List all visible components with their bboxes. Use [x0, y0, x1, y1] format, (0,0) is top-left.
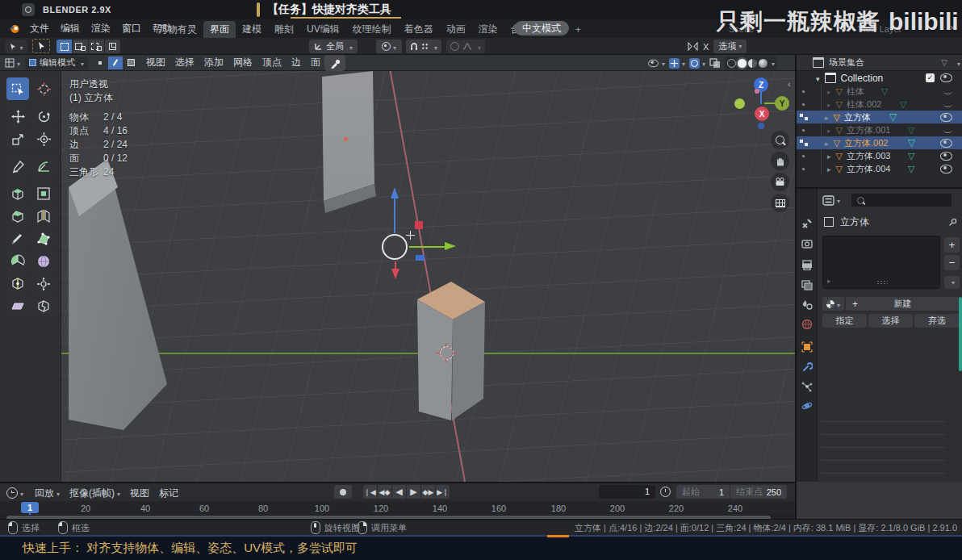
workspace-tab-8[interactable]: 渲染 [472, 21, 504, 38]
auto-keying-button[interactable] [334, 485, 352, 499]
select-button[interactable]: 选择 [868, 314, 913, 328]
eyedropper-button[interactable] [324, 55, 345, 71]
pivot-point-dropdown[interactable] [376, 40, 402, 53]
outliner-row-柱体[interactable]: ▽ 柱体 ▽ [797, 85, 962, 98]
browse-material-button[interactable] [822, 297, 844, 311]
transform-orientation-dropdown[interactable]: 全局 [309, 40, 358, 53]
outliner-row-立方体-active[interactable]: ▽ 立方体 ▽ [797, 111, 962, 123]
overlays-toggle[interactable] [689, 57, 705, 69]
active-tool-indicator[interactable] [32, 39, 50, 53]
current-frame-field[interactable]: 1 [599, 485, 655, 499]
menu-vertex[interactable]: 顶点 [257, 55, 287, 71]
keying-menu[interactable]: 抠像(插帧) [65, 485, 125, 502]
menu-select[interactable]: 选择 [170, 55, 199, 71]
play-reverse-button[interactable]: ◀ [392, 485, 406, 499]
tool-measure-button[interactable] [32, 155, 55, 178]
mode-dropdown[interactable]: 编辑模式 [25, 56, 88, 69]
add-workspace-button[interactable]: + [569, 23, 588, 37]
camera-view-button[interactable] [771, 173, 789, 191]
shading-solid-button[interactable] [738, 59, 747, 68]
jump-to-start-button[interactable]: ❘◀ [363, 485, 377, 499]
shading-rendered-button[interactable] [759, 59, 768, 68]
material-slots-list[interactable] [822, 236, 940, 289]
properties-search-field[interactable] [851, 194, 952, 207]
collection-expand-arrow[interactable] [816, 73, 820, 84]
tab-tool-icon[interactable] [801, 218, 813, 232]
outliner-row-立方体004[interactable]: ▽ 立方体.004 ▽ [797, 162, 962, 175]
mirror-x-toggle[interactable]: X [703, 42, 709, 52]
workspace-tab-6[interactable]: 着色器 [398, 21, 440, 38]
menu-add[interactable]: 添加 [199, 55, 228, 71]
object-name[interactable]: 立方体.001 [847, 124, 890, 136]
axis-ball-x[interactable]: X [755, 107, 769, 121]
gizmos-toggle[interactable] [669, 57, 685, 69]
tool-shear-button[interactable] [6, 295, 29, 318]
outliner-options-dropdown[interactable] [955, 57, 960, 69]
tool-scale-button[interactable] [6, 127, 29, 150]
pan-view-button[interactable] [771, 152, 789, 170]
object-name[interactable]: 立方体.002 [844, 137, 888, 149]
collection-checkbox[interactable]: ✓ [926, 73, 935, 82]
playhead[interactable]: 1 [21, 502, 39, 513]
tool-inset-faces-button[interactable] [32, 182, 55, 205]
visibility-icon[interactable] [940, 152, 952, 161]
marker-menu[interactable]: 标记 [154, 485, 183, 502]
filter-icon[interactable]: ▽ [941, 58, 947, 67]
tab-particles-icon[interactable] [801, 381, 813, 395]
workspace-tab-2[interactable]: 建模 [236, 21, 268, 38]
object-visibility-dropdown[interactable] [647, 57, 665, 69]
vertex-select-button[interactable] [93, 56, 107, 69]
workspace-tab-4[interactable]: UV编辑 [300, 21, 346, 38]
tool-knife-button[interactable] [6, 228, 29, 250]
editor-type-button[interactable] [5, 57, 20, 69]
tool-select-box-button[interactable] [6, 77, 29, 100]
outliner-row-立方体002-selected[interactable]: ▽ 立方体.002 ▽ [797, 136, 962, 149]
gizmo-center-ring[interactable] [382, 234, 408, 260]
timeline-ruler[interactable]: 20 40 60 80 100 120 140 160 180 200 220 … [0, 501, 795, 515]
shading-wireframe-button[interactable] [727, 59, 736, 68]
hidden-icon[interactable] [943, 127, 952, 133]
tool-spin-button[interactable] [6, 250, 29, 273]
playback-menu[interactable]: 回放 [30, 485, 65, 502]
assign-button[interactable]: 指定 [822, 314, 867, 328]
xray-toggle[interactable] [709, 58, 721, 69]
tab-view-layer-icon[interactable] [801, 280, 813, 293]
axis-ball-y-neg[interactable] [734, 98, 745, 109]
pin-icon[interactable] [948, 218, 957, 227]
tool-move-button[interactable] [6, 105, 29, 127]
next-keyframe-button[interactable]: ◆▶ [421, 485, 435, 499]
menu-file[interactable]: 文件 [24, 20, 55, 37]
tool-loop-cut-button[interactable] [32, 205, 55, 228]
tab-modifiers-icon[interactable] [801, 361, 813, 375]
collection-visibility-icon[interactable] [940, 73, 952, 82]
object-name[interactable]: 柱体 [847, 86, 864, 98]
view-layer-name[interactable]: View Layer [858, 24, 901, 34]
hidden-icon[interactable] [943, 102, 952, 107]
use-preview-range-button[interactable] [660, 487, 671, 497]
select-mode-subtract-button[interactable] [89, 40, 104, 53]
proportional-editing-control[interactable] [446, 40, 485, 53]
outliner-row-立方体001[interactable]: ▽ 立方体.001 ▽ [797, 123, 962, 136]
menu-edge[interactable]: 边 [287, 55, 306, 71]
tool-cursor-button[interactable] [32, 77, 55, 100]
tab-object-icon[interactable] [801, 341, 813, 355]
remove-material-slot-button[interactable]: − [944, 255, 960, 270]
gizmo-z-arrow[interactable] [394, 198, 395, 233]
collection-name[interactable]: Collection [841, 73, 884, 84]
visibility-icon[interactable] [940, 139, 952, 148]
frame-end-field[interactable]: 结束点250 [730, 485, 787, 499]
menu-render[interactable]: 渲染 [86, 20, 116, 37]
play-button[interactable]: ▶ [407, 485, 420, 499]
tab-world-icon[interactable] [801, 319, 813, 332]
shading-material-button[interactable] [748, 59, 757, 68]
workspace-tab-5[interactable]: 纹理绘制 [346, 21, 398, 38]
deselect-button[interactable]: 弃选 [914, 314, 960, 328]
panel-collapse-arrow[interactable]: ‹ [788, 79, 791, 89]
tool-edge-slide-button[interactable] [6, 273, 29, 295]
workspace-tab-3[interactable]: 雕刻 [268, 21, 300, 38]
properties-scrollbar[interactable] [959, 297, 962, 371]
workspace-tab-0[interactable]: 万物有灵 [152, 21, 203, 38]
tool-rotate-button[interactable] [32, 105, 55, 127]
properties-editor-type-button[interactable] [822, 194, 840, 206]
blender-logo-icon[interactable] [7, 23, 20, 35]
